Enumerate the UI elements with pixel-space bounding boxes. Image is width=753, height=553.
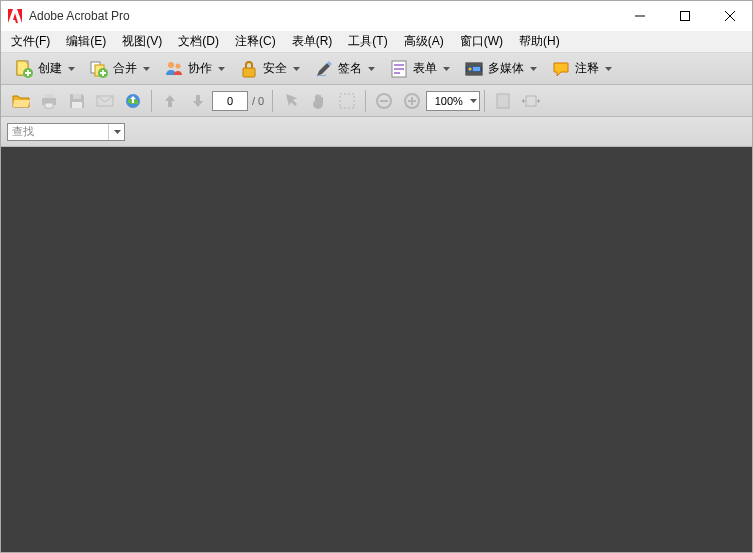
prev-page-button[interactable] bbox=[157, 88, 183, 114]
email-button[interactable] bbox=[92, 88, 118, 114]
multimedia-icon bbox=[464, 59, 484, 79]
dropdown-icon bbox=[143, 67, 150, 71]
hand-tool-button[interactable] bbox=[306, 88, 332, 114]
marquee-zoom-button[interactable] bbox=[334, 88, 360, 114]
svg-rect-12 bbox=[394, 72, 400, 74]
svg-rect-11 bbox=[394, 68, 404, 70]
page-total-label: / 0 bbox=[252, 95, 264, 107]
collaborate-icon bbox=[164, 59, 184, 79]
dropdown-icon bbox=[605, 67, 612, 71]
arrow-up-icon bbox=[160, 91, 180, 111]
fit-page-button[interactable] bbox=[490, 88, 516, 114]
secure-label: 安全 bbox=[263, 60, 287, 77]
minimize-button[interactable] bbox=[617, 1, 662, 31]
separator bbox=[272, 90, 273, 112]
forms-button[interactable]: 表单 bbox=[382, 56, 457, 82]
svg-rect-17 bbox=[473, 67, 480, 71]
svg-rect-22 bbox=[72, 102, 82, 108]
svg-point-6 bbox=[168, 62, 174, 68]
menu-window[interactable]: 窗口(W) bbox=[452, 31, 511, 52]
tasks-toolbar: 创建 合并 协作 安全 签名 表单 多媒体 注释 bbox=[1, 53, 752, 85]
collaborate-label: 协作 bbox=[188, 60, 212, 77]
menu-forms[interactable]: 表单(R) bbox=[284, 31, 341, 52]
combine-label: 合并 bbox=[113, 60, 137, 77]
marquee-icon bbox=[337, 91, 357, 111]
lock-icon bbox=[239, 59, 259, 79]
zoom-combo[interactable] bbox=[426, 91, 480, 111]
svg-rect-0 bbox=[680, 12, 689, 21]
fit-page-icon bbox=[493, 91, 513, 111]
share-button[interactable] bbox=[120, 88, 146, 114]
maximize-button[interactable] bbox=[662, 1, 707, 31]
save-button[interactable] bbox=[64, 88, 90, 114]
svg-rect-25 bbox=[340, 94, 354, 108]
menu-advanced[interactable]: 高级(A) bbox=[396, 31, 452, 52]
file-toolbar: / 0 bbox=[1, 85, 752, 117]
next-page-button[interactable] bbox=[185, 88, 211, 114]
find-dropdown-button[interactable] bbox=[108, 124, 124, 140]
print-button[interactable] bbox=[36, 88, 62, 114]
dropdown-icon bbox=[293, 67, 300, 71]
svg-rect-14 bbox=[466, 63, 482, 66]
globe-upload-icon bbox=[123, 91, 143, 111]
zoom-input[interactable] bbox=[430, 95, 468, 107]
find-input[interactable] bbox=[8, 126, 108, 138]
menu-tools[interactable]: 工具(T) bbox=[340, 31, 395, 52]
forms-icon bbox=[389, 59, 409, 79]
combine-icon bbox=[89, 59, 109, 79]
svg-rect-19 bbox=[45, 94, 53, 98]
svg-rect-20 bbox=[45, 103, 53, 108]
select-tool-button[interactable] bbox=[278, 88, 304, 114]
multimedia-button[interactable]: 多媒体 bbox=[457, 56, 544, 82]
menu-comments[interactable]: 注释(C) bbox=[227, 31, 284, 52]
open-button[interactable] bbox=[8, 88, 34, 114]
dropdown-icon bbox=[68, 67, 75, 71]
menu-view[interactable]: 视图(V) bbox=[114, 31, 170, 52]
separator bbox=[365, 90, 366, 112]
svg-rect-29 bbox=[526, 96, 536, 106]
svg-rect-8 bbox=[243, 68, 255, 77]
menu-bar: 文件(F) 编辑(E) 视图(V) 文档(D) 注释(C) 表单(R) 工具(T… bbox=[1, 31, 752, 53]
hand-icon bbox=[309, 91, 329, 111]
cursor-icon bbox=[281, 91, 301, 111]
printer-icon bbox=[39, 91, 59, 111]
svg-rect-21 bbox=[73, 94, 81, 99]
envelope-icon bbox=[95, 91, 115, 111]
forms-label: 表单 bbox=[413, 60, 437, 77]
dropdown-icon bbox=[470, 99, 477, 103]
app-logo-icon bbox=[7, 8, 23, 24]
svg-rect-28 bbox=[497, 94, 509, 108]
multimedia-label: 多媒体 bbox=[488, 60, 524, 77]
secure-button[interactable]: 安全 bbox=[232, 56, 307, 82]
fit-width-button[interactable] bbox=[518, 88, 544, 114]
collaborate-button[interactable]: 协作 bbox=[157, 56, 232, 82]
comment-label: 注释 bbox=[575, 60, 599, 77]
dropdown-icon bbox=[443, 67, 450, 71]
dropdown-icon bbox=[368, 67, 375, 71]
menu-edit[interactable]: 编辑(E) bbox=[58, 31, 114, 52]
save-icon bbox=[67, 91, 87, 111]
sign-pen-icon bbox=[314, 59, 334, 79]
svg-point-7 bbox=[176, 63, 181, 68]
create-label: 创建 bbox=[38, 60, 62, 77]
menu-document[interactable]: 文档(D) bbox=[170, 31, 227, 52]
sign-button[interactable]: 签名 bbox=[307, 56, 382, 82]
create-button[interactable]: 创建 bbox=[7, 56, 82, 82]
close-button[interactable] bbox=[707, 1, 752, 31]
find-box[interactable] bbox=[7, 123, 125, 141]
comment-icon bbox=[551, 59, 571, 79]
menu-file[interactable]: 文件(F) bbox=[3, 31, 58, 52]
comment-button[interactable]: 注释 bbox=[544, 56, 619, 82]
menu-help[interactable]: 帮助(H) bbox=[511, 31, 568, 52]
combine-button[interactable]: 合并 bbox=[82, 56, 157, 82]
dropdown-icon bbox=[530, 67, 537, 71]
document-area bbox=[1, 147, 752, 552]
separator bbox=[151, 90, 152, 112]
fit-width-icon bbox=[521, 91, 541, 111]
page-number-input[interactable] bbox=[212, 91, 248, 111]
sign-label: 签名 bbox=[338, 60, 362, 77]
zoom-in-button[interactable] bbox=[399, 88, 425, 114]
zoom-out-button[interactable] bbox=[371, 88, 397, 114]
title-bar: Adobe Acrobat Pro bbox=[1, 1, 752, 31]
plus-circle-icon bbox=[402, 91, 422, 111]
